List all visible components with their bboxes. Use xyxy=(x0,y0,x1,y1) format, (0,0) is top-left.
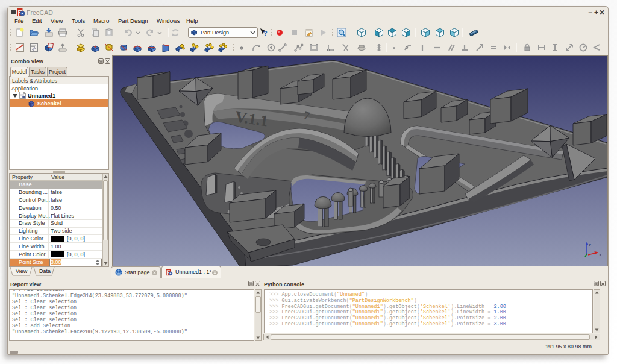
svg-text:x: x xyxy=(599,252,601,257)
svg-text:z: z xyxy=(589,242,591,248)
svg-text:View: View xyxy=(16,268,28,274)
svg-text:Data: Data xyxy=(39,268,51,274)
svg-text:?: ? xyxy=(263,30,268,37)
